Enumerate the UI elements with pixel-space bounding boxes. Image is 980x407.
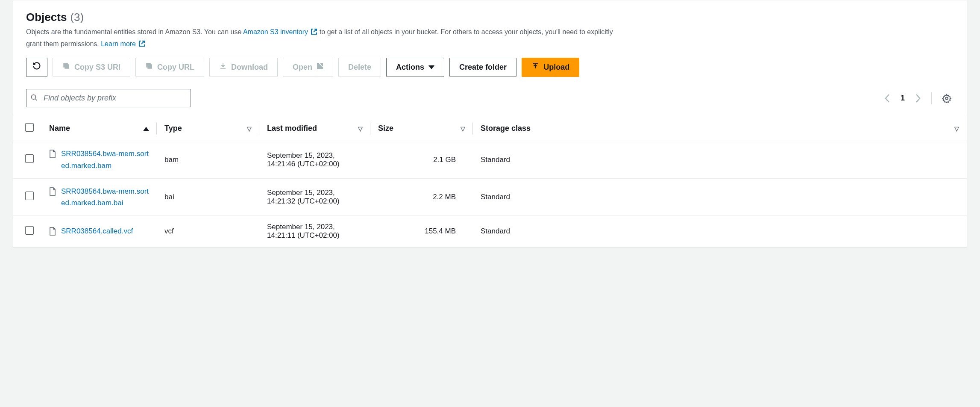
svg-point-3 [945, 97, 948, 100]
download-label: Download [231, 62, 268, 73]
row-checkbox[interactable] [25, 226, 34, 235]
upload-label: Upload [543, 62, 569, 73]
search-box [26, 89, 191, 107]
col-name-label: Name [49, 124, 70, 133]
object-name-link[interactable]: SRR038564.bwa-mem.sorted.marked.bam.bai [61, 186, 149, 209]
sort-icon: ▽ [358, 125, 363, 132]
copy-url-label: Copy URL [157, 62, 194, 73]
divider [931, 92, 932, 104]
object-count: (3) [70, 11, 84, 24]
col-modified-label: Last modified [267, 124, 317, 133]
cell-last-modified: September 15, 2023, 14:21:46 (UTC+02:00) [259, 141, 370, 178]
gear-icon [942, 94, 951, 103]
page-title: Objects [26, 11, 67, 24]
settings-button[interactable] [939, 91, 954, 106]
object-name-link[interactable]: SRR038564.bwa-mem.sorted.marked.bam [61, 148, 149, 171]
cell-size: 2.2 MB [370, 178, 473, 215]
search-icon [30, 94, 38, 103]
row-checkbox[interactable] [25, 154, 34, 163]
create-folder-label: Create folder [459, 62, 507, 73]
file-icon [49, 150, 56, 160]
sort-asc-icon [143, 124, 149, 133]
open-button[interactable]: Open [283, 58, 333, 77]
cell-type: bai [157, 178, 259, 215]
sort-icon: ▽ [461, 125, 465, 132]
next-page-button[interactable] [913, 91, 924, 106]
copy-icon [145, 62, 153, 73]
desc-text-1: Objects are the fundamental entities sto… [26, 28, 243, 35]
copy-s3-uri-label: Copy S3 URI [74, 62, 120, 73]
col-header-size[interactable]: Size ▽ [370, 116, 473, 141]
toolbar: Copy S3 URI Copy URL Download Open [26, 58, 954, 77]
chevron-right-icon [915, 94, 921, 103]
delete-label: Delete [348, 62, 371, 73]
refresh-icon [32, 62, 41, 73]
prev-page-button[interactable] [882, 91, 893, 106]
col-type-label: Type [164, 124, 182, 133]
open-label: Open [293, 62, 312, 73]
copy-url-button[interactable]: Copy URL [135, 58, 204, 77]
learn-more-label: Learn more [101, 40, 136, 47]
actions-label: Actions [396, 62, 424, 73]
table-row: SRR038564.bwa-mem.sorted.marked.bam bam … [13, 141, 967, 178]
pagination: 1 [882, 91, 954, 106]
search-input[interactable] [26, 89, 191, 107]
objects-panel: Objects (3) Objects are the fundamental … [13, 0, 967, 248]
cell-storage-class: Standard [473, 141, 967, 178]
delete-button[interactable]: Delete [338, 58, 381, 77]
cell-type: vcf [157, 216, 259, 247]
cell-type: bam [157, 141, 259, 178]
col-header-name[interactable]: Name [41, 116, 157, 141]
object-name-link[interactable]: SRR038564.called.vcf [61, 225, 133, 237]
objects-table: Name Type ▽ Last modified ▽ Size ▽ Stora… [13, 116, 967, 247]
chevron-left-icon [884, 94, 890, 103]
cell-last-modified: September 15, 2023, 14:21:32 (UTC+02:00) [259, 178, 370, 215]
external-link-icon [317, 62, 323, 73]
table-row: SRR038564.called.vcf vcf September 15, 2… [13, 216, 967, 247]
col-header-type[interactable]: Type ▽ [157, 116, 259, 141]
sort-icon: ▽ [247, 125, 252, 132]
col-size-label: Size [378, 124, 393, 133]
upload-button[interactable]: Upload [522, 58, 579, 77]
sort-icon: ▽ [954, 125, 959, 132]
create-folder-button[interactable]: Create folder [449, 58, 516, 77]
external-link-icon [138, 39, 145, 50]
select-all-checkbox[interactable] [25, 123, 34, 132]
copy-icon [62, 62, 70, 73]
inventory-link-label: Amazon S3 inventory [243, 28, 308, 35]
chevron-down-icon [428, 65, 434, 69]
actions-button[interactable]: Actions [386, 58, 444, 77]
col-storage-label: Storage class [481, 124, 531, 133]
cell-last-modified: September 15, 2023, 14:21:11 (UTC+02:00) [259, 216, 370, 247]
download-button[interactable]: Download [209, 58, 278, 77]
table-row: SRR038564.bwa-mem.sorted.marked.bam.bai … [13, 178, 967, 215]
file-icon [49, 227, 56, 238]
upload-icon [531, 62, 539, 73]
svg-point-2 [31, 95, 36, 100]
external-link-icon [311, 27, 317, 38]
page-description: Objects are the fundamental entities sto… [26, 27, 616, 50]
cell-storage-class: Standard [473, 178, 967, 215]
refresh-button[interactable] [26, 58, 47, 77]
cell-size: 2.1 GB [370, 141, 473, 178]
page-number: 1 [901, 94, 905, 103]
cell-size: 155.4 MB [370, 216, 473, 247]
learn-more-link[interactable]: Learn more [101, 40, 145, 47]
col-header-last-modified[interactable]: Last modified ▽ [259, 116, 370, 141]
download-icon [219, 62, 227, 73]
cell-storage-class: Standard [473, 216, 967, 247]
copy-s3-uri-button[interactable]: Copy S3 URI [53, 58, 130, 77]
row-checkbox[interactable] [25, 192, 34, 200]
inventory-link[interactable]: Amazon S3 inventory [243, 28, 320, 35]
col-header-storage-class[interactable]: Storage class ▽ [473, 116, 967, 141]
file-icon [49, 187, 56, 198]
